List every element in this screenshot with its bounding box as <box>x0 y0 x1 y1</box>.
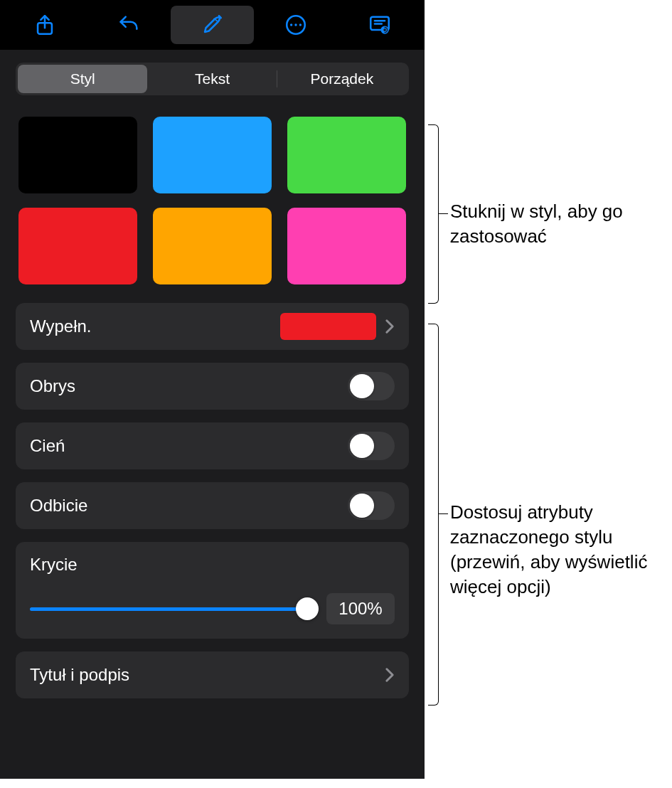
style-swatch-grid <box>16 117 409 284</box>
reflection-label: Odbicie <box>30 496 348 516</box>
callout-text: Stuknij w styl, aby go zastosować <box>450 199 656 249</box>
border-switch[interactable] <box>348 372 395 400</box>
reflection-row[interactable]: Odbicie <box>16 482 409 529</box>
style-swatch[interactable] <box>153 208 272 284</box>
svg-point-3 <box>295 23 297 26</box>
tab-text[interactable]: Tekst <box>147 65 277 93</box>
style-swatch[interactable] <box>18 117 137 193</box>
shadow-row[interactable]: Cień <box>16 422 409 469</box>
callout-bracket <box>428 124 439 304</box>
fill-row[interactable]: Wypełn. <box>16 303 409 350</box>
svg-point-7 <box>383 28 386 31</box>
shadow-label: Cień <box>30 436 348 456</box>
format-icon[interactable] <box>171 6 255 44</box>
opacity-label: Krycie <box>30 555 395 575</box>
style-swatch[interactable] <box>153 117 272 193</box>
border-row[interactable]: Obrys <box>16 363 409 410</box>
presenter-icon[interactable] <box>338 6 422 44</box>
fill-preview <box>280 313 376 340</box>
undo-icon[interactable] <box>87 6 171 44</box>
opacity-row: Krycie 100% <box>16 542 409 639</box>
switch-knob <box>350 374 374 398</box>
border-label: Obrys <box>30 376 348 396</box>
style-attribute-rows: Wypełn. Obrys Cień Odbicie <box>16 303 409 698</box>
switch-knob <box>350 434 374 458</box>
chevron-right-icon <box>385 319 395 334</box>
svg-point-4 <box>299 23 302 26</box>
opacity-controls: 100% <box>30 593 395 624</box>
switch-knob <box>350 494 374 518</box>
tab-arrange[interactable]: Porządek <box>277 65 407 93</box>
more-icon[interactable] <box>254 6 338 44</box>
slider-track <box>30 607 316 611</box>
slider-knob[interactable] <box>296 597 319 620</box>
tab-style[interactable]: Styl <box>18 65 147 93</box>
style-swatch[interactable] <box>18 208 137 284</box>
tab-label: Porządek <box>310 70 373 87</box>
callout-bracket <box>428 324 439 706</box>
shadow-switch[interactable] <box>348 432 395 460</box>
title-caption-label: Tytuł i podpis <box>30 665 376 685</box>
svg-point-2 <box>290 23 292 26</box>
format-panel: Styl Tekst Porządek Wypełn. <box>0 50 425 779</box>
opacity-value[interactable]: 100% <box>326 593 395 624</box>
callout-text: Dostosuj atrybuty zaznaczonego stylu (pr… <box>450 500 667 600</box>
reflection-switch[interactable] <box>348 491 395 520</box>
fill-label: Wypełn. <box>30 316 280 336</box>
chevron-right-icon <box>385 667 395 683</box>
top-toolbar <box>0 0 425 50</box>
format-tabs: Styl Tekst Porządek <box>16 63 409 95</box>
callout-leader <box>438 213 448 214</box>
tab-label: Tekst <box>195 70 230 87</box>
title-caption-row[interactable]: Tytuł i podpis <box>16 651 409 698</box>
share-icon[interactable] <box>3 6 87 44</box>
format-panel-device: Styl Tekst Porządek Wypełn. <box>0 0 425 779</box>
tab-label: Styl <box>70 70 95 87</box>
style-swatch[interactable] <box>287 117 406 193</box>
callout-leader <box>438 513 448 514</box>
opacity-slider[interactable] <box>30 600 316 617</box>
style-swatch[interactable] <box>287 208 406 284</box>
